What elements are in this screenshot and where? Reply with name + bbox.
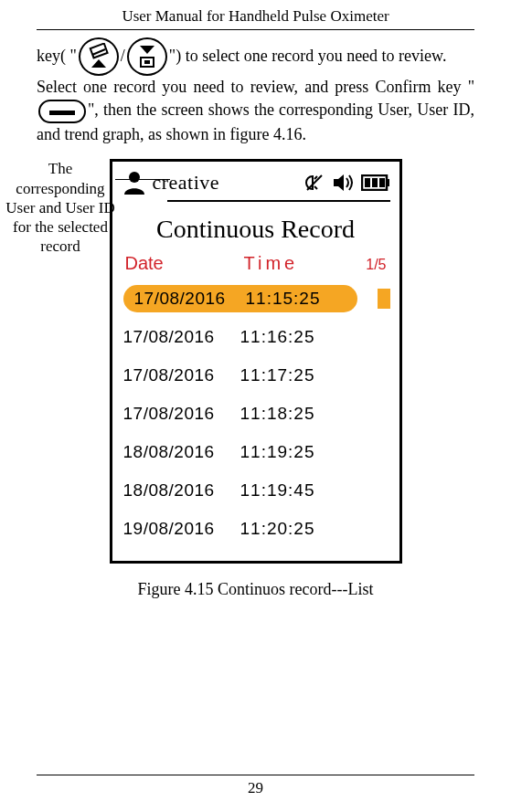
record-date: 18/08/2016 <box>123 480 240 501</box>
column-date: Date <box>125 253 244 274</box>
svg-rect-10 <box>387 179 389 186</box>
header-rule <box>37 29 474 30</box>
page-header: User Manual for Handheld Pulse Oximeter <box>37 0 474 30</box>
record-date: 17/08/2016 <box>123 404 240 424</box>
figure-area: The corresponding User and User ID for t… <box>37 159 474 599</box>
text-line2a: Select one record you need to review, an… <box>37 78 474 96</box>
record-time: 11:19:25 <box>240 442 341 462</box>
list-item[interactable]: 17/08/2016 11:16:25 <box>123 318 389 356</box>
svg-rect-5 <box>144 60 150 64</box>
svg-marker-2 <box>91 59 106 68</box>
svg-rect-11 <box>365 178 370 187</box>
record-time: 11:19:45 <box>240 480 341 501</box>
list-item[interactable]: 17/08/2016 11:17:25 <box>123 356 389 395</box>
column-headers: Date Time 1/5 <box>112 253 399 274</box>
text-line-2: Select one record you need to review, an… <box>37 76 474 146</box>
svg-rect-0 <box>90 44 108 58</box>
status-left: creative <box>122 170 220 195</box>
up-key-icon <box>79 37 119 76</box>
svg-rect-13 <box>379 178 385 187</box>
mute-icon <box>304 173 325 193</box>
svg-point-6 <box>129 172 140 183</box>
text-line2b: ", then the screen shows the correspondi… <box>37 100 474 143</box>
annotation-leader-line <box>115 179 170 180</box>
text-pre-key: key( " <box>37 45 77 68</box>
status-bar: creative <box>112 162 399 200</box>
selected-pill: 17/08/2016 11:15:25 <box>123 285 357 312</box>
column-time: Time <box>244 253 345 274</box>
figure-caption: Figure 4.15 Continuos record---List <box>37 580 474 599</box>
footer-rule <box>37 775 474 775</box>
list-item[interactable]: 19/08/2016 11:20:25 <box>123 510 389 548</box>
record-date: 19/08/2016 <box>123 519 240 539</box>
text-post-key: ") to select one record you need to revi… <box>169 45 447 68</box>
record-list: 17/08/2016 11:15:25 17/08/2016 11:16:25 … <box>112 274 399 561</box>
record-time: 11:16:25 <box>240 327 341 347</box>
record-time: 11:20:25 <box>240 519 341 539</box>
list-item[interactable]: 17/08/2016 11:18:25 <box>123 395 389 433</box>
svg-marker-8 <box>334 174 344 191</box>
status-right <box>304 173 390 193</box>
record-time: 11:18:25 <box>240 404 341 424</box>
battery-icon <box>361 174 390 191</box>
list-item[interactable]: 18/08/2016 11:19:25 <box>123 433 389 471</box>
device-screen: creative <box>110 159 402 564</box>
header-title: User Manual for Handheld Pulse Oximeter <box>37 0 474 26</box>
svg-marker-3 <box>140 46 154 54</box>
screen-title: Continuous Record <box>112 202 399 253</box>
page-number: 29 <box>0 779 511 797</box>
list-item[interactable]: 17/08/2016 11:15:25 <box>123 279 389 318</box>
record-date: 17/08/2016 <box>123 327 240 347</box>
confirm-key-icon <box>38 100 86 123</box>
text-slash: / <box>121 45 125 68</box>
list-item[interactable]: 18/08/2016 11:19:45 <box>123 471 389 510</box>
down-key-icon <box>127 37 167 76</box>
text-line-1: key( " / ") to select one record you nee… <box>37 37 474 76</box>
speaker-icon <box>332 173 354 193</box>
logo-person-icon <box>122 170 147 195</box>
body-text: key( " / ") to select one record you nee… <box>37 37 474 146</box>
logo-text: creative <box>153 171 220 195</box>
record-time: 11:17:25 <box>240 365 341 385</box>
record-date: 17/08/2016 <box>123 365 240 385</box>
page-indicator: 1/5 <box>366 257 386 273</box>
annotation-label: The corresponding User and User ID for t… <box>5 159 115 256</box>
record-date: 17/08/2016 <box>134 289 246 309</box>
record-time: 11:15:25 <box>246 289 346 309</box>
selection-marker <box>378 289 390 309</box>
record-date: 18/08/2016 <box>123 442 240 462</box>
svg-rect-12 <box>372 178 378 187</box>
